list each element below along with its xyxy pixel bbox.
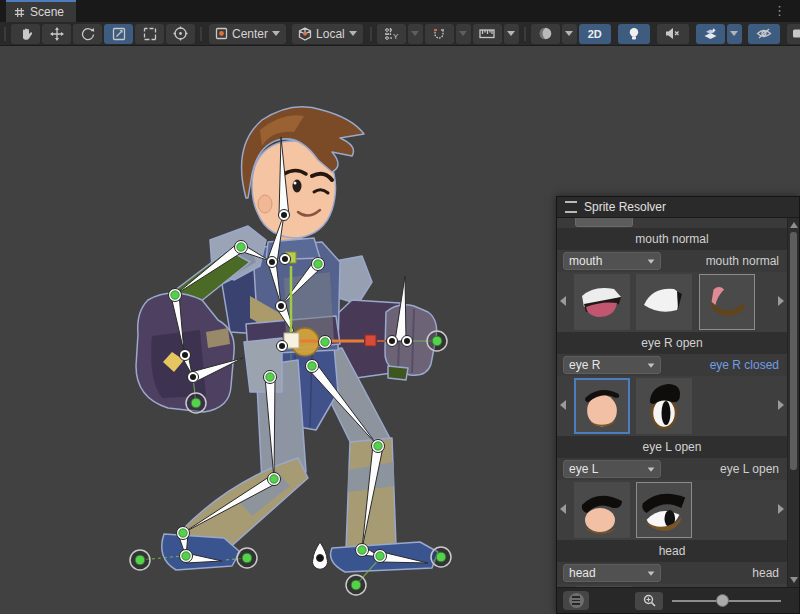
filter-button[interactable] — [563, 591, 589, 610]
toolbar-grip[interactable] — [4, 27, 6, 41]
magnifier-plus-icon — [643, 594, 656, 607]
scroll-up-arrow-icon[interactable] — [790, 222, 798, 228]
section-header-eye-r: eye R open — [557, 332, 787, 354]
transform-tool-button[interactable] — [166, 24, 195, 44]
chevron-down-icon — [648, 467, 655, 471]
hand-tool-button[interactable] — [11, 24, 40, 44]
panel-title: Sprite Resolver — [584, 200, 666, 214]
category-row-eye-l: eye L eye L open — [557, 458, 787, 480]
section-header-eye-l: eye L open — [557, 436, 787, 458]
audio-mute-button[interactable] — [657, 24, 689, 44]
grid-visibility-button[interactable]: Y — [377, 24, 406, 44]
slider-knob[interactable] — [716, 594, 729, 607]
2d-mode-button[interactable]: 2D — [579, 24, 611, 44]
chevron-down-icon — [349, 31, 357, 36]
resolver-content: mouth normal mouth mouth normal — [557, 218, 787, 587]
kebab-menu-icon[interactable]: ⋮ — [773, 3, 786, 19]
chevron-down-icon — [272, 31, 280, 36]
thumb-eye-l-open[interactable] — [636, 482, 692, 538]
strip-left-arrow-icon[interactable] — [560, 296, 566, 306]
rect-tool-button[interactable] — [135, 24, 164, 44]
grid-axis-icon: Y — [384, 27, 399, 41]
camera-button[interactable] — [787, 24, 800, 44]
tab-bar: Scene ⋮ — [0, 0, 800, 22]
speaker-muted-icon — [665, 27, 680, 40]
category-dropdown-eye-l[interactable]: eye L — [563, 460, 661, 478]
tab-scene[interactable]: Scene — [6, 0, 76, 22]
thumbnail-size-slider[interactable] — [672, 600, 781, 602]
rotate-tool-button[interactable] — [73, 24, 102, 44]
chevron-down-icon — [565, 31, 573, 36]
category-dropdown-head[interactable]: head — [563, 564, 661, 582]
thumb-eye-l-closed[interactable] — [574, 482, 630, 538]
toolbar-grip[interactable] — [370, 27, 372, 41]
thumb-strip-eye-r — [557, 376, 787, 436]
strip-right-arrow-icon[interactable] — [778, 504, 784, 514]
zoom-button[interactable] — [635, 592, 663, 610]
chevron-down-icon — [730, 31, 738, 36]
toolbar-grip[interactable] — [200, 27, 202, 41]
shading-mode-button[interactable] — [531, 24, 560, 44]
transform-icon — [173, 26, 188, 41]
shaded-sphere-icon — [538, 26, 553, 41]
thumb-strip-eye-l — [557, 480, 787, 540]
scale-icon — [112, 27, 126, 41]
scrolled-row-remnant — [557, 218, 787, 228]
pivot-icon — [215, 27, 228, 40]
shading-mode-dropdown[interactable] — [562, 24, 577, 44]
tab-label: Scene — [30, 5, 64, 19]
snap-increment-dropdown[interactable] — [504, 24, 519, 44]
category-row-head: head head — [557, 562, 787, 584]
chevron-down-icon — [411, 31, 419, 36]
current-label-head: head — [752, 566, 779, 580]
camera-icon — [792, 28, 800, 39]
strip-right-arrow-icon[interactable] — [778, 400, 784, 410]
ruler-icon — [479, 27, 495, 40]
chevron-down-icon — [648, 259, 655, 263]
snap-toggle-button[interactable] — [425, 24, 454, 44]
effects-toggle-button[interactable] — [696, 24, 725, 44]
grid-options-dropdown[interactable] — [408, 24, 423, 44]
snap-options-dropdown[interactable] — [456, 24, 471, 44]
handle-orientation-dropdown[interactable]: Local — [292, 24, 363, 44]
snap-increment-button[interactable] — [473, 24, 502, 44]
sprite-resolver-panel: Sprite Resolver mouth normal mouth mouth… — [556, 196, 800, 614]
scroll-down-arrow-icon[interactable] — [790, 577, 798, 583]
thumb-mouth-smile[interactable] — [699, 274, 755, 330]
scrollbar-thumb[interactable] — [790, 232, 797, 470]
effects-dropdown[interactable] — [727, 24, 742, 44]
hamburger-icon[interactable] — [565, 201, 577, 213]
move-tool-button[interactable] — [42, 24, 71, 44]
thumb-eye-r-closed[interactable] — [574, 378, 630, 434]
thumb-mouth-closed[interactable] — [636, 274, 692, 330]
panel-header[interactable]: Sprite Resolver — [557, 197, 799, 218]
scene-visibility-button[interactable] — [748, 24, 780, 44]
chevron-down-icon — [648, 571, 655, 575]
toolbar-grip[interactable] — [524, 27, 526, 41]
pivot-mode-dropdown[interactable]: Center — [209, 24, 286, 44]
filter-icon — [569, 593, 584, 608]
2d-mode-label: 2D — [588, 28, 602, 40]
gizmo-x-handle[interactable] — [365, 335, 376, 346]
strip-right-arrow-icon[interactable] — [778, 296, 784, 306]
layers-icon — [703, 27, 718, 41]
category-dropdown-eye-r[interactable]: eye R — [563, 356, 661, 374]
thumb-eye-r-open[interactable] — [636, 378, 692, 434]
current-label-eye-l: eye L open — [720, 462, 779, 476]
thumb-mouth-open[interactable] — [574, 274, 630, 330]
rotate-icon — [81, 27, 95, 41]
pivot-mode-label: Center — [232, 27, 268, 41]
section-header-head: head — [557, 540, 787, 562]
strip-left-arrow-icon[interactable] — [560, 504, 566, 514]
strip-left-arrow-icon[interactable] — [560, 400, 566, 410]
panel-footer — [557, 587, 799, 613]
scene-lighting-button[interactable] — [618, 24, 650, 44]
section-header-mouth: mouth normal — [557, 228, 787, 250]
category-dropdown-mouth[interactable]: mouth — [563, 252, 661, 270]
current-label-eye-r: eye R closed — [710, 358, 779, 372]
handle-orientation-label: Local — [316, 27, 345, 41]
scale-tool-button[interactable] — [104, 24, 133, 44]
chevron-down-icon — [459, 31, 467, 36]
panel-scrollbar[interactable] — [787, 218, 799, 587]
magnet-icon — [432, 27, 446, 41]
